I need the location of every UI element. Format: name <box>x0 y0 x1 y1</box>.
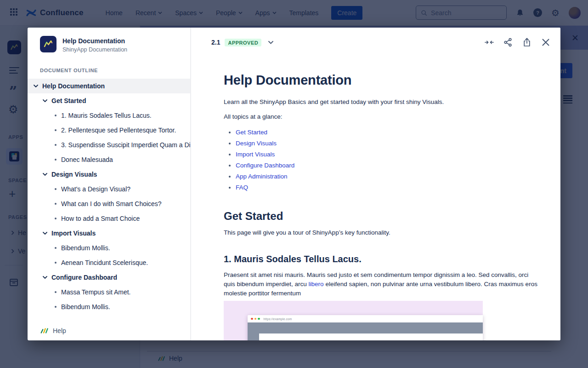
version-number: 2.1 <box>211 39 220 46</box>
bullet-icon <box>55 291 57 293</box>
chevron-down-icon <box>268 41 273 44</box>
browser-url-bar: https://example.com <box>248 315 483 322</box>
outline-item[interactable]: Bibendum Mollis. <box>28 299 190 314</box>
traffic-dot-green <box>258 318 260 320</box>
intro-paragraph: Learn all the ShinyApp Basics and get st… <box>224 98 538 107</box>
bullet-icon <box>55 218 57 219</box>
list-item: FAQ <box>236 182 538 193</box>
chevron-down-icon <box>34 85 38 87</box>
help-documentation-modal: Help Documentation ShinyApp Documentatio… <box>28 28 560 340</box>
browser-mockup: https://example.com <box>248 315 483 340</box>
document-preview-pane: 2.1 APPROVED <box>191 28 560 340</box>
bullet-icon <box>55 188 57 190</box>
bullet-icon <box>55 247 57 249</box>
version-dropdown[interactable] <box>268 41 273 44</box>
document-content: Help Documentation Learn all the ShinyAp… <box>224 57 538 340</box>
outline-item[interactable]: 1. Mauris Sodales Tellus Lacus. <box>28 108 190 123</box>
outline-item-configure-dashboard[interactable]: Configure Dashboard <box>28 270 190 285</box>
close-modal-button[interactable] <box>541 38 550 47</box>
outline-item[interactable]: 3. Suspendisse Suscipit Imperdiet Quam a… <box>28 138 190 152</box>
collapse-arrows-icon <box>485 38 494 47</box>
share-icon <box>503 38 513 47</box>
mock-url: https://example.com <box>264 317 292 321</box>
toc-link-design-visuals[interactable]: Design Visuals <box>236 140 277 147</box>
chevron-down-icon <box>43 276 47 279</box>
traffic-dot-red <box>251 318 253 320</box>
toc-link-get-started[interactable]: Get Started <box>236 129 267 136</box>
list-item: Get Started <box>236 127 538 138</box>
document-title: Help Documentation <box>62 36 127 45</box>
collapse-width-button[interactable] <box>485 38 494 47</box>
list-item: Import Visuals <box>236 149 538 160</box>
export-icon <box>522 38 531 47</box>
outline-item[interactable]: How to add a Smart Choice <box>28 211 190 226</box>
chevron-down-icon <box>43 99 47 102</box>
bullet-icon <box>55 144 57 146</box>
list-item: Design Visuals <box>236 138 538 149</box>
traffic-dot-yellow <box>254 318 257 320</box>
document-subtitle: ShinyApp Documentation <box>62 46 127 53</box>
bullet-icon <box>55 159 57 161</box>
list-item: App Administration <box>236 171 538 182</box>
share-button[interactable] <box>503 38 513 47</box>
close-icon <box>542 38 550 46</box>
export-button[interactable] <box>522 38 531 47</box>
outline-caption: DOCUMENT OUTLINE <box>40 68 190 73</box>
help-slashes-icon <box>40 327 48 334</box>
section-intro-paragraph: This page will give you a tour of ShinyA… <box>224 228 538 237</box>
outline-item[interactable]: 2. Pellentesque sed Pellentesque Tortor. <box>28 123 190 138</box>
bullet-icon <box>55 115 57 116</box>
outline-tree: Help Documentation Get Started 1. Mauris… <box>28 79 190 314</box>
section-heading: Get Started <box>224 210 538 223</box>
topics-list: Get Started Design Visuals Import Visual… <box>236 127 538 193</box>
chevron-down-icon <box>43 232 47 235</box>
toc-link-faq[interactable]: FAQ <box>236 184 248 191</box>
outline-item-help-documentation[interactable]: Help Documentation <box>28 79 190 93</box>
outline-item[interactable]: Massa Tempus sit Amet. <box>28 285 190 299</box>
toc-link-configure-dashboard[interactable]: Configure Dashboard <box>236 162 294 169</box>
document-header: Help Documentation ShinyApp Documentatio… <box>28 28 190 53</box>
document-outline-panel: Help Documentation ShinyApp Documentatio… <box>28 28 191 340</box>
subsection-heading: 1. Mauris Sodales Tellus Lacus. <box>224 254 538 264</box>
glance-paragraph: All topics at a glance: <box>224 112 538 121</box>
body-paragraph: Praesent sit amet nisi mauris. Mauris se… <box>224 270 538 298</box>
browser-inner-panel <box>259 334 483 340</box>
bullet-icon <box>55 203 57 205</box>
chevron-down-icon <box>43 173 47 176</box>
inline-link[interactable]: libero <box>309 281 324 288</box>
bullet-icon <box>55 129 57 131</box>
page-title: Help Documentation <box>224 73 538 88</box>
list-item: Configure Dashboard <box>236 160 538 171</box>
toc-link-app-administration[interactable]: App Administration <box>236 173 288 180</box>
embedded-screenshot: https://example.com <box>224 301 483 340</box>
outline-item-import-visuals[interactable]: Import Visuals <box>28 226 190 241</box>
chart-zigzag-icon <box>43 39 54 50</box>
outline-item[interactable]: Donec Malesuada <box>28 152 190 167</box>
document-toolbar: 2.1 APPROVED <box>191 28 560 57</box>
bullet-icon <box>55 262 57 264</box>
outline-item-get-started[interactable]: Get Started <box>28 93 190 108</box>
status-badge: APPROVED <box>225 39 261 46</box>
outline-item-design-visuals[interactable]: Design Visuals <box>28 167 190 182</box>
outline-item[interactable]: What can I do with Smart Choices? <box>28 196 190 211</box>
modal-help-link[interactable]: Help <box>40 327 66 334</box>
shinyapp-doc-icon <box>40 36 57 52</box>
outline-item[interactable]: Aenean Tincidunt Scelerisque. <box>28 255 190 270</box>
bullet-icon <box>55 306 57 308</box>
browser-body <box>248 322 483 340</box>
toc-link-import-visuals[interactable]: Import Visuals <box>236 151 275 158</box>
outline-item[interactable]: What's a Design Visual? <box>28 182 190 196</box>
outline-item[interactable]: Bibendum Mollis. <box>28 241 190 255</box>
